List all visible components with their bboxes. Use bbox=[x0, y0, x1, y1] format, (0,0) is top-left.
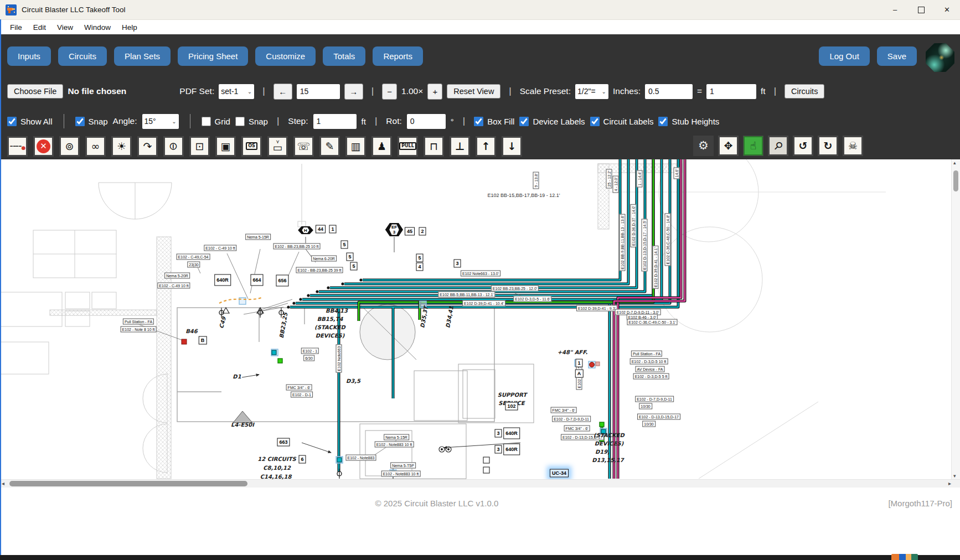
zoom-tool-button[interactable]: ⚲ bbox=[768, 136, 788, 156]
tv-button[interactable]: ▭ bbox=[267, 136, 288, 157]
step-unit: ft bbox=[362, 117, 366, 126]
prev-page-button[interactable]: ← bbox=[273, 84, 292, 100]
save-button[interactable]: Save bbox=[877, 46, 917, 66]
pdf-set-value: set-1 bbox=[221, 87, 238, 96]
separator: | bbox=[368, 86, 378, 97]
mini-logo bbox=[891, 554, 918, 560]
device-labels-checkbox[interactable]: Device Labels bbox=[519, 117, 585, 126]
gfci-button[interactable]: ▣ bbox=[215, 136, 236, 157]
undo-button[interactable]: ↺ bbox=[793, 136, 813, 156]
scroll-up-icon[interactable]: ▴ bbox=[953, 160, 956, 165]
vertical-scroll-thumb[interactable] bbox=[953, 170, 958, 191]
phone-button[interactable]: ☏ bbox=[293, 136, 314, 157]
arrow-up-button[interactable]: ↑ bbox=[476, 136, 496, 157]
stub-heights-label: Stub Heights bbox=[672, 117, 719, 126]
move-tool-button[interactable]: ✥ bbox=[718, 136, 739, 156]
delete-all-icon: ☠ bbox=[848, 141, 858, 151]
rot-input[interactable] bbox=[407, 114, 446, 129]
reports-button[interactable]: Reports bbox=[373, 46, 423, 66]
ground-button[interactable]: ⊥ bbox=[450, 136, 470, 157]
pricing-sheet-button[interactable]: Pricing Sheet bbox=[178, 46, 248, 66]
plan-canvas[interactable]: E102 BB-15,BB-17,BB-19 - 12.1'Nema 5-15R… bbox=[0, 159, 960, 479]
panel-button[interactable]: ▥ bbox=[345, 136, 366, 157]
minimize-button[interactable]: – bbox=[882, 0, 908, 19]
plan-sets-button[interactable]: Plan Sets bbox=[114, 46, 171, 66]
angle-label: Angle: bbox=[113, 116, 137, 126]
feet-input[interactable] bbox=[706, 84, 756, 99]
step-label: Step: bbox=[288, 116, 308, 126]
reset-view-button[interactable]: Reset View bbox=[447, 84, 500, 98]
scale-preset-select[interactable]: 1/2"= ⌄ bbox=[575, 84, 608, 99]
zoom-level: 1.00× bbox=[401, 86, 423, 96]
circuits-button[interactable]: Circuits bbox=[58, 46, 107, 66]
settings-gear-button[interactable]: ⚙ bbox=[693, 136, 714, 156]
occupancy-sensor-button[interactable]: OS bbox=[241, 136, 262, 157]
stub-heights-checkbox[interactable]: Stub Heights bbox=[658, 117, 719, 126]
pdf-set-select[interactable]: set-1 ⌄ bbox=[219, 84, 254, 99]
menu-help[interactable]: Help bbox=[116, 22, 143, 33]
horizontal-scroll-thumb[interactable] bbox=[9, 481, 247, 486]
horizontal-scrollbar[interactable]: ◂ ▸ bbox=[0, 479, 960, 488]
snap-label: Snap bbox=[89, 117, 108, 126]
choose-file-button[interactable]: Choose File bbox=[7, 84, 63, 98]
scroll-down-icon[interactable]: ▾ bbox=[953, 473, 956, 479]
menu-view[interactable]: View bbox=[51, 22, 79, 33]
window-accent-border bbox=[0, 19, 1, 555]
angle-select[interactable]: 15° ⌄ bbox=[142, 114, 179, 129]
bracket-button[interactable]: ⊓ bbox=[424, 136, 444, 157]
vertical-scrollbar[interactable]: ▴ ▾ bbox=[951, 159, 960, 479]
pull-station-button[interactable]: PULL bbox=[398, 136, 418, 157]
pencil-icon: ✎ bbox=[326, 141, 334, 152]
maximize-button[interactable] bbox=[908, 0, 934, 19]
file-row: Choose File No file chosen PDF Set: set-… bbox=[7, 83, 953, 100]
switch-arc-button[interactable]: ↷ bbox=[137, 136, 158, 157]
menu-edit[interactable]: Edit bbox=[28, 22, 51, 33]
log-out-button[interactable]: Log Out bbox=[819, 46, 869, 66]
box-fill-checkbox[interactable]: Box Fill bbox=[474, 117, 514, 126]
person-button[interactable]: ♟ bbox=[371, 136, 392, 157]
snap-angle-checkbox[interactable]: Snap bbox=[75, 117, 108, 126]
grid-snap-checkbox[interactable]: Snap bbox=[235, 117, 268, 126]
redo-button[interactable]: ↻ bbox=[818, 136, 838, 156]
inches-input[interactable] bbox=[645, 84, 693, 99]
arrow-down-button[interactable]: ↓ bbox=[502, 136, 522, 157]
window-title: Circuit Blaster LLC Takeoff Tool bbox=[22, 6, 126, 14]
next-page-button[interactable]: → bbox=[344, 84, 363, 100]
scroll-right-icon[interactable]: ▸ bbox=[948, 480, 951, 486]
equals-sign: = bbox=[697, 86, 702, 96]
light-fixture-button[interactable]: ☀ bbox=[111, 136, 132, 157]
show-all-checkbox[interactable]: Show All bbox=[7, 117, 53, 126]
avatar[interactable] bbox=[926, 43, 954, 72]
link-button[interactable]: ∞ bbox=[85, 136, 106, 157]
circuit-labels-checkbox[interactable]: Circuit Labels bbox=[590, 117, 654, 126]
inputs-button[interactable]: Inputs bbox=[7, 46, 51, 66]
light-fixture-icon: ☀ bbox=[117, 141, 126, 152]
pull-station-icon: PULL bbox=[399, 142, 416, 150]
round-receptacle-button[interactable]: ⊖ bbox=[163, 136, 184, 157]
pan-hand-button[interactable]: ☝ bbox=[743, 136, 763, 156]
zoom-out-button[interactable]: − bbox=[382, 84, 397, 100]
link-icon: ∞ bbox=[91, 141, 100, 152]
circuits-mode-button[interactable]: Circuits bbox=[784, 84, 824, 98]
inches-label: Inches: bbox=[613, 86, 641, 96]
divider bbox=[64, 114, 64, 128]
pencil-button[interactable]: ✎ bbox=[319, 136, 340, 157]
grid-label: Grid bbox=[215, 117, 230, 126]
delete-button[interactable]: ✕ bbox=[33, 136, 54, 157]
scroll-left-icon[interactable]: ◂ bbox=[2, 480, 4, 486]
junction-box-button[interactable]: ⊚ bbox=[59, 136, 80, 157]
close-button[interactable]: ✕ bbox=[934, 0, 960, 19]
totals-button[interactable]: Totals bbox=[323, 46, 365, 66]
step-input[interactable] bbox=[313, 114, 357, 129]
receptacle-button[interactable]: ⊡ bbox=[189, 136, 210, 157]
zoom-in-button[interactable]: + bbox=[427, 84, 442, 100]
menu-window[interactable]: Window bbox=[79, 22, 116, 33]
maximize-icon bbox=[918, 7, 925, 13]
delete-all-button[interactable]: ☠ bbox=[843, 136, 863, 156]
customize-button[interactable]: Customize bbox=[255, 46, 316, 66]
ground-icon: ⊥ bbox=[455, 141, 464, 152]
menu-file[interactable]: File bbox=[4, 22, 28, 33]
grid-checkbox[interactable]: Grid bbox=[202, 117, 230, 126]
wire-tool-button[interactable]: ╌╌ bbox=[7, 136, 28, 157]
page-number-input[interactable] bbox=[297, 84, 340, 99]
